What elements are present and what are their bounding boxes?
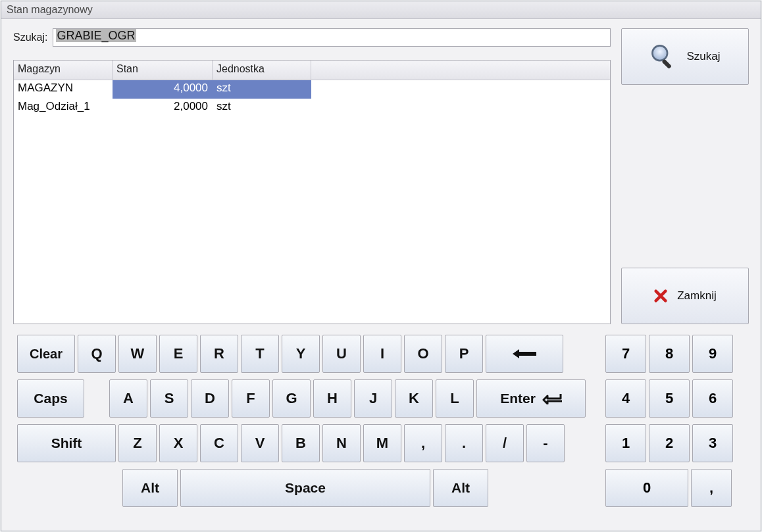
cell-stan: 4,0000	[113, 80, 213, 99]
key-shift[interactable]: Shift	[17, 424, 116, 462]
key-n[interactable]: N	[322, 424, 361, 462]
key-8[interactable]: 8	[649, 335, 690, 373]
key-row-1: Clear Q W E R T Y U I O P	[17, 335, 586, 373]
key-5[interactable]: 5	[649, 379, 690, 418]
keys-main: Clear Q W E R T Y U I O P Caps A S D	[17, 335, 586, 507]
cell-jednostka: szt	[213, 99, 311, 117]
key-w[interactable]: W	[118, 335, 157, 373]
svg-point-0	[653, 45, 668, 60]
key-h[interactable]: H	[313, 379, 351, 418]
col-magazyn[interactable]: Magazyn	[14, 60, 113, 80]
window: Stan magazynowy Szukaj: GRABIE_OGR Magaz…	[1, 1, 761, 531]
cell-stan: 2,0000	[113, 99, 213, 117]
key-u[interactable]: U	[322, 335, 361, 373]
key-q[interactable]: Q	[78, 335, 116, 373]
key-period[interactable]: .	[445, 424, 483, 462]
key-o[interactable]: O	[404, 335, 442, 373]
key-l[interactable]: L	[436, 379, 474, 418]
key-caps[interactable]: Caps	[17, 379, 84, 418]
on-screen-keyboard: Clear Q W E R T Y U I O P Caps A S D	[1, 331, 761, 518]
key-7[interactable]: 7	[605, 335, 646, 373]
cell-magazyn: Mag_Odział_1	[14, 99, 113, 117]
key-6[interactable]: 6	[692, 379, 733, 418]
key-z[interactable]: Z	[118, 424, 157, 462]
key-t[interactable]: T	[241, 335, 279, 373]
cell-jednostka: szt	[213, 80, 311, 99]
key-4[interactable]: 4	[605, 379, 646, 418]
key-enter[interactable]: Enter	[476, 379, 586, 418]
key-clear[interactable]: Clear	[17, 335, 75, 373]
left-column: Szukaj: GRABIE_OGR Magazyn Stan Jednostk…	[13, 28, 611, 324]
key-9[interactable]: 9	[692, 335, 733, 373]
content-area: Szukaj: GRABIE_OGR Magazyn Stan Jednostk…	[1, 19, 761, 331]
key-y[interactable]: Y	[282, 335, 320, 373]
key-space[interactable]: Space	[180, 469, 430, 507]
key-dash[interactable]: -	[526, 424, 565, 462]
key-r[interactable]: R	[200, 335, 238, 373]
key-f[interactable]: F	[232, 379, 270, 418]
backspace-icon	[511, 348, 538, 360]
key-v[interactable]: V	[241, 424, 279, 462]
key-1[interactable]: 1	[605, 424, 646, 462]
enter-icon	[542, 393, 562, 404]
key-a[interactable]: A	[109, 379, 147, 418]
col-fill	[311, 60, 610, 80]
cell-magazyn: MAGAZYN	[14, 80, 113, 99]
key-3[interactable]: 3	[692, 424, 733, 462]
key-backspace[interactable]	[486, 335, 563, 373]
key-x[interactable]: X	[159, 424, 197, 462]
col-jednostka[interactable]: Jednostka	[213, 60, 311, 80]
numeric-keypad: 7 8 9 4 5 6 1 2 3 0 ,	[605, 335, 733, 507]
key-enter-label: Enter	[500, 391, 536, 406]
search-label: Szukaj:	[13, 32, 47, 43]
magnifier-icon	[649, 43, 677, 70]
search-input-value: GRABIE_OGR	[56, 29, 136, 42]
table-header: Magazyn Stan Jednostka	[14, 60, 610, 80]
search-button-label: Szukaj	[686, 50, 720, 63]
col-stan[interactable]: Stan	[113, 60, 213, 80]
key-decimal[interactable]: ,	[691, 469, 732, 507]
key-m[interactable]: M	[363, 424, 401, 462]
table-row[interactable]: Mag_Odział_1 2,0000 szt	[14, 99, 610, 117]
right-column: Szukaj Zamknij	[621, 28, 749, 324]
search-button[interactable]: Szukaj	[621, 28, 749, 85]
search-row: Szukaj: GRABIE_OGR	[13, 28, 611, 47]
close-button-label: Zamknij	[677, 289, 717, 302]
key-p[interactable]: P	[445, 335, 483, 373]
key-comma[interactable]: ,	[404, 424, 442, 462]
key-e[interactable]: E	[159, 335, 197, 373]
key-row-4: Alt Space Alt	[17, 469, 586, 507]
key-alt-left[interactable]: Alt	[122, 469, 178, 507]
key-2[interactable]: 2	[649, 424, 690, 462]
key-c[interactable]: C	[200, 424, 238, 462]
key-0[interactable]: 0	[605, 469, 688, 507]
search-input[interactable]: GRABIE_OGR	[53, 28, 611, 47]
close-icon	[653, 289, 668, 303]
stock-table[interactable]: Magazyn Stan Jednostka MAGAZYN 4,0000 sz…	[13, 60, 611, 324]
window-title: Stan magazynowy	[1, 1, 761, 19]
key-s[interactable]: S	[150, 379, 188, 418]
key-alt-right[interactable]: Alt	[433, 469, 488, 507]
key-g[interactable]: G	[272, 379, 311, 418]
key-row-3: Shift Z X C V B N M , . / -	[17, 424, 586, 462]
key-slash[interactable]: /	[486, 424, 524, 462]
key-j[interactable]: J	[354, 379, 392, 418]
key-i[interactable]: I	[363, 335, 401, 373]
key-b[interactable]: B	[282, 424, 320, 462]
key-row-2: Caps A S D F G H J K L Enter	[17, 379, 586, 418]
key-d[interactable]: D	[191, 379, 229, 418]
key-k[interactable]: K	[395, 379, 433, 418]
close-button[interactable]: Zamknij	[621, 268, 749, 324]
table-row[interactable]: MAGAZYN 4,0000 szt	[14, 80, 610, 99]
svg-rect-1	[662, 59, 672, 69]
